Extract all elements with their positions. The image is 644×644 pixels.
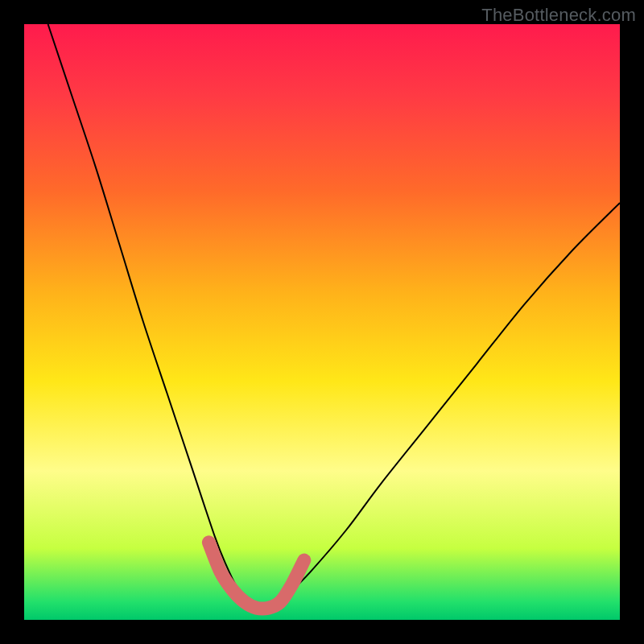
bottleneck-curve-path	[48, 24, 620, 609]
watermark-text: TheBottleneck.com	[481, 5, 636, 26]
chart-frame: TheBottleneck.com	[0, 0, 644, 644]
chart-plot-area	[24, 24, 620, 620]
chart-svg	[24, 24, 620, 620]
highlight-segment	[208, 543, 303, 609]
